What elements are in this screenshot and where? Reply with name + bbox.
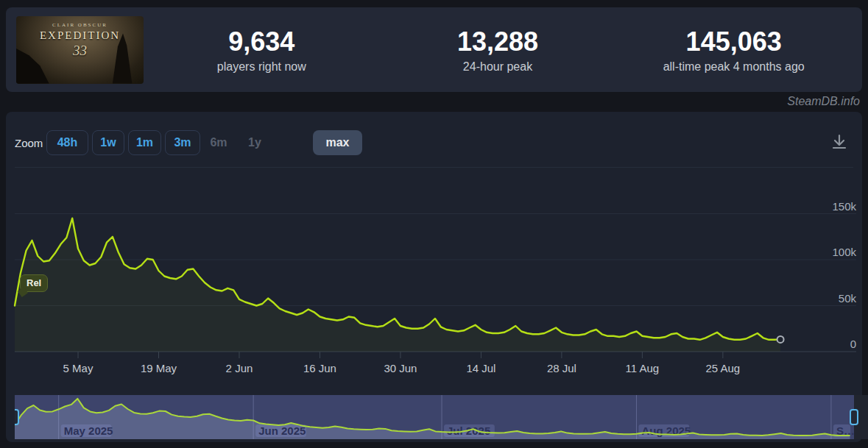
zoom-range-6m-button: 6m: [205, 130, 233, 155]
alltime-peak-value: 145,063: [615, 27, 852, 57]
navigator-right-handle[interactable]: [850, 410, 858, 424]
24h-peak-value: 13,288: [380, 27, 616, 57]
x-tick-label: 2 Jun: [226, 362, 253, 374]
toolbar-divider: [15, 167, 853, 168]
x-tick-label: 14 Jul: [466, 362, 495, 374]
y-tick-label: 0: [850, 338, 856, 350]
x-tick-label: 5 May: [63, 362, 93, 374]
zoom-label: Zoom: [15, 137, 43, 149]
navigator-selection[interactable]: [15, 395, 854, 439]
header-panel: CLAIR OBSCUR EXPEDITION 33 9,634 players…: [6, 7, 862, 92]
download-chart-button[interactable]: [828, 132, 850, 154]
x-tick-label: 11 Aug: [626, 362, 660, 374]
stats-row: 9,634 players right now 13,288 24-hour p…: [144, 27, 852, 74]
steamdb-watermark: SteamDB.info: [787, 95, 860, 108]
navigator-month-label: Jun 2025: [258, 424, 306, 437]
download-icon: [828, 132, 850, 154]
zoom-range-1w-button[interactable]: 1w: [92, 130, 124, 155]
24h-peak-label: 24-hour peak: [380, 60, 616, 74]
x-tick-label: 16 Jun: [303, 362, 336, 374]
release-flag[interactable]: Rel: [20, 274, 48, 292]
current-players-value: 9,634: [144, 27, 380, 57]
zoom-range-3m-button[interactable]: 3m: [165, 130, 200, 155]
game-banner-kicker: CLAIR OBSCUR: [16, 22, 144, 28]
navigator-month-label: S…: [836, 424, 855, 437]
chart-navigator[interactable]: May 2025Jun 2025Jul 2025Aug 2025S…: [15, 395, 868, 439]
chart-panel: Zoom 48h 1w 1m 3m 6m 1y max: [6, 112, 862, 442]
x-tick-label: 25 Aug: [706, 362, 741, 374]
zoom-range-1y-button: 1y: [243, 130, 267, 155]
y-tick-label: 100k: [832, 246, 856, 258]
navigator-month-label: May 2025: [64, 424, 113, 437]
game-banner-number: 33: [16, 43, 144, 59]
x-tick-label: 28 Jul: [547, 362, 576, 374]
stat-24h-peak: 13,288 24-hour peak: [380, 27, 616, 74]
alltime-peak-label: all-time peak 4 months ago: [615, 60, 852, 74]
zoom-range-48h-button[interactable]: 48h: [46, 130, 88, 155]
x-tick-label: 30 Jun: [384, 362, 417, 374]
stat-alltime-peak: 145,063 all-time peak 4 months ago: [615, 27, 852, 74]
current-players-label: players right now: [144, 60, 380, 74]
zoom-range-1m-button[interactable]: 1m: [128, 130, 161, 155]
game-banner[interactable]: CLAIR OBSCUR EXPEDITION 33: [16, 16, 144, 84]
navigator-left-handle[interactable]: [15, 410, 18, 424]
zoom-range-max-button[interactable]: max: [313, 130, 362, 155]
y-tick-label: 50k: [839, 292, 856, 305]
game-banner-text: CLAIR OBSCUR EXPEDITION 33: [16, 22, 144, 59]
y-tick-label: 150k: [832, 200, 856, 213]
stat-current-players: 9,634 players right now: [144, 27, 380, 74]
game-banner-title: EXPEDITION: [16, 29, 144, 42]
x-tick-label: 19 May: [141, 362, 177, 374]
